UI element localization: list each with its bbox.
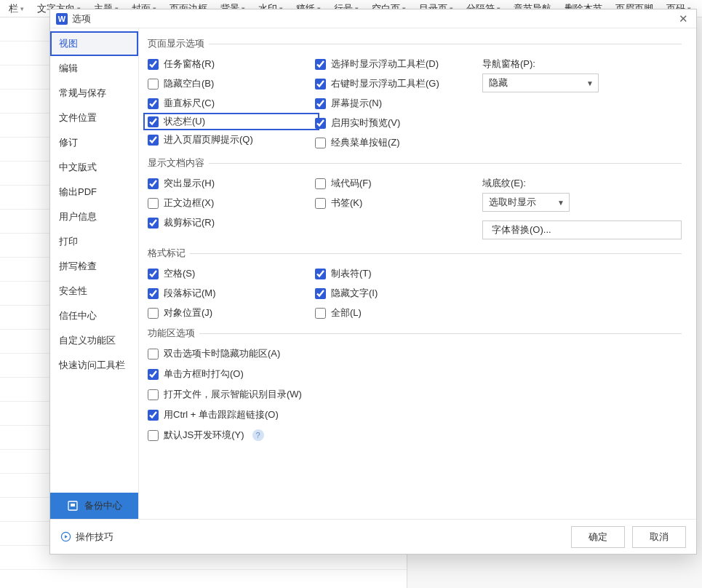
doccontent-checkbox[interactable]: 域代码(F) [315, 177, 482, 190]
display-label: 状态栏(U) [164, 115, 205, 128]
format-input[interactable] [315, 288, 326, 299]
field-shading-value: 选取时显示 [489, 196, 536, 209]
doccontent-label: 正文边框(X) [164, 196, 214, 210]
ok-button[interactable]: 确定 [571, 526, 625, 548]
chevron-down-icon: ▼ [586, 79, 594, 87]
group-display: 页面显示选项 任务窗格(R)隐藏空白(B)垂直标尺(C)状态栏(U)进入页眉页脚… [148, 37, 682, 149]
format-checkbox[interactable]: 制表符(T) [315, 267, 482, 280]
doccontent-input[interactable] [148, 198, 159, 209]
sidebar-list: 视图编辑常规与保存文件位置修订中文版式输出PDF用户信息打印拼写检查安全性信任中… [50, 28, 138, 493]
format-label: 空格(S) [164, 267, 195, 280]
field-shading-select[interactable]: 选取时显示 ▼ [482, 193, 570, 212]
ribbon-input[interactable] [148, 410, 159, 421]
nav-pane-select[interactable]: 隐藏 ▼ [482, 74, 599, 92]
cancel-button[interactable]: 取消 [632, 526, 686, 548]
doccontent-checkbox[interactable]: 裁剪标记(R) [148, 216, 315, 229]
doccontent-input[interactable] [148, 218, 159, 229]
display-input[interactable] [148, 98, 159, 109]
display-checkbox[interactable]: 任务窗格(R) [148, 57, 315, 71]
sidebar-item[interactable]: 信任中心 [50, 303, 138, 328]
display-checkbox[interactable]: 隐藏空白(B) [148, 77, 315, 90]
display-checkbox[interactable]: 启用实时预览(V) [315, 116, 482, 130]
backup-center-button[interactable]: 备份中心 [50, 493, 138, 519]
sidebar-item[interactable]: 文件位置 [50, 106, 138, 130]
backup-label: 备份中心 [84, 499, 122, 512]
ribbon-input[interactable] [148, 369, 159, 380]
format-input[interactable] [315, 269, 326, 279]
display-checkbox[interactable]: 屏幕提示(N) [315, 97, 482, 110]
close-icon[interactable]: ✕ [676, 12, 690, 26]
display-label: 进入页眉页脚提示(Q) [164, 133, 253, 146]
display-checkbox[interactable]: 选择时显示浮动工具栏(D) [315, 57, 482, 71]
format-label: 隐藏文字(I) [331, 287, 378, 300]
display-label: 隐藏空白(B) [164, 77, 214, 90]
ribbon-checkbox[interactable]: 默认JS开发环境(Y)? [148, 429, 682, 442]
group-doccontent-legend: 显示文档内容 [148, 156, 209, 170]
sidebar-item[interactable]: 快速访问工具栏 [50, 353, 138, 378]
sidebar-item[interactable]: 安全性 [50, 279, 138, 303]
nav-pane-label: 导航窗格(P): [482, 57, 682, 71]
display-input[interactable] [315, 138, 326, 148]
ribbon-checkbox[interactable]: 单击方框时打勾(O) [148, 368, 682, 381]
format-input[interactable] [148, 308, 159, 319]
sidebar-item[interactable]: 中文版式 [50, 155, 138, 180]
doccontent-input[interactable] [315, 198, 326, 209]
sidebar-item[interactable]: 修订 [50, 130, 138, 155]
display-input[interactable] [315, 79, 326, 90]
display-checkbox[interactable]: 右键时显示浮动工具栏(G) [315, 77, 482, 90]
display-input[interactable] [315, 98, 326, 109]
display-input[interactable] [148, 135, 159, 146]
options-dialog: W 选项 ✕ 视图编辑常规与保存文件位置修订中文版式输出PDF用户信息打印拼写检… [49, 9, 697, 555]
doccontent-input[interactable] [148, 178, 159, 189]
ribbon-checkbox[interactable]: 双击选项卡时隐藏功能区(A) [148, 347, 682, 360]
group-format-marks: 格式标记 空格(S)段落标记(M)对象位置(J) 制表符(T)隐藏文字(I)全部… [148, 247, 682, 319]
display-checkbox[interactable]: 垂直标尺(C) [148, 97, 315, 110]
font-substitute-button[interactable]: 字体替换(O)... [482, 220, 682, 239]
format-checkbox[interactable]: 全部(L) [315, 306, 482, 319]
display-input[interactable] [148, 79, 159, 90]
sidebar-item[interactable]: 编辑 [50, 56, 138, 81]
chevron-down-icon: ▼ [557, 199, 565, 207]
tips-label: 操作技巧 [76, 531, 113, 544]
ribbon-checkbox[interactable]: 用Ctrl + 单击跟踪超链接(O) [148, 408, 682, 421]
ribbon-input[interactable] [148, 430, 159, 441]
doccontent-input[interactable] [315, 178, 326, 189]
display-input[interactable] [315, 59, 326, 70]
format-checkbox[interactable]: 空格(S) [148, 267, 315, 280]
options-panel: 页面显示选项 任务窗格(R)隐藏空白(B)垂直标尺(C)状态栏(U)进入页眉页脚… [139, 28, 696, 519]
sidebar-item[interactable]: 拼写检查 [50, 254, 138, 279]
doccontent-label: 裁剪标记(R) [164, 216, 215, 229]
sidebar-item[interactable]: 常规与保存 [50, 81, 138, 106]
display-checkbox[interactable]: 状态栏(U) [145, 115, 317, 128]
ribbon-input[interactable] [148, 349, 159, 359]
doccontent-checkbox[interactable]: 书签(K) [315, 196, 482, 210]
format-input[interactable] [148, 269, 159, 279]
display-checkbox[interactable]: 经典菜单按钮(Z) [315, 136, 482, 149]
format-input[interactable] [148, 288, 159, 299]
sidebar-item[interactable]: 用户信息 [50, 204, 138, 229]
sidebar-item[interactable]: 打印 [50, 229, 138, 254]
svg-rect-1 [71, 504, 75, 506]
doccontent-checkbox[interactable]: 正文边框(X) [148, 196, 315, 210]
display-label: 选择时显示浮动工具栏(D) [331, 57, 439, 71]
display-input[interactable] [148, 116, 159, 127]
display-input[interactable] [315, 118, 326, 129]
format-input[interactable] [315, 308, 326, 319]
display-checkbox[interactable]: 进入页眉页脚提示(Q) [148, 133, 315, 146]
help-icon[interactable]: ? [252, 429, 264, 441]
doccontent-label: 书签(K) [331, 196, 362, 210]
sidebar-item[interactable]: 视图 [50, 31, 138, 56]
display-input[interactable] [148, 59, 159, 70]
doccontent-checkbox[interactable]: 突出显示(H) [148, 177, 315, 190]
display-label: 屏幕提示(N) [331, 97, 382, 110]
sidebar-item[interactable]: 输出PDF [50, 180, 138, 204]
group-display-legend: 页面显示选项 [148, 37, 209, 50]
toolbar-item[interactable]: 栏▾ [3, 1, 30, 17]
ribbon-checkbox[interactable]: 打开文件，展示智能识别目录(W) [148, 388, 682, 401]
format-checkbox[interactable]: 隐藏文字(I) [315, 287, 482, 300]
format-checkbox[interactable]: 段落标记(M) [148, 287, 315, 300]
format-checkbox[interactable]: 对象位置(J) [148, 306, 315, 319]
tips-link[interactable]: 操作技巧 [60, 531, 113, 544]
ribbon-input[interactable] [148, 389, 159, 400]
sidebar-item[interactable]: 自定义功能区 [50, 328, 138, 353]
